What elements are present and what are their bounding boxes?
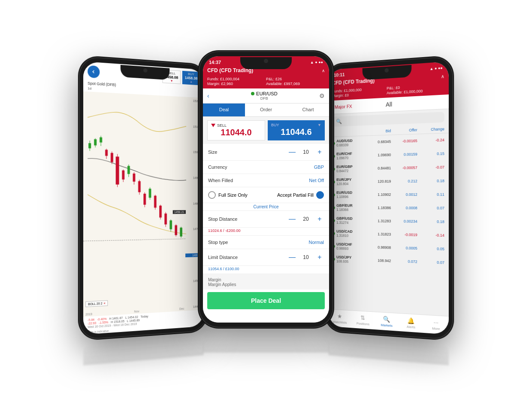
phone-right: 10:11 ▲ ● ●● CFD (CFD Trading) ∧ Funds: … (325, 57, 452, 339)
sell-label: SELL (211, 123, 261, 128)
market-rows-container: AUD/USD 0.68339 0.68345 -0.00165 -0.24 (328, 133, 449, 316)
sell-price: 11044.0 (211, 128, 261, 137)
svg-rect-20 (138, 181, 141, 192)
size-row: Size — 10 + (203, 144, 329, 161)
chart-screen: SELL 1458.08 ▼ BUY 1458.38 ▲ Spot Gold (… (83, 61, 204, 335)
svg-rect-36 (180, 228, 182, 237)
more-icon: ··· (433, 319, 438, 326)
markets-platform-title: CFD (CFD Trading) (332, 78, 375, 86)
col-bid: Bid (366, 129, 391, 134)
current-price-tag: 1458.21 (172, 210, 186, 214)
svg-rect-14 (122, 171, 124, 180)
full-size-only-radio[interactable] (208, 191, 216, 199)
market-row-gbp-eur[interactable]: GBP/EUR 1.18366 1.18386 0.0008 0.07 (328, 201, 449, 215)
nav-markets[interactable]: 🔍 Markets (375, 314, 399, 329)
right-time: 10:11 (334, 72, 345, 78)
accept-partial-label: Accept Partial Fill (277, 192, 314, 198)
tab-deal[interactable]: Deal (203, 104, 245, 116)
market-dot-usd-chf (332, 245, 335, 248)
down-arrow-icon: ▼ (317, 123, 321, 127)
limit-note: 11054.6 / £100.00 (208, 267, 239, 271)
market-row-eur-chf[interactable]: EUR/CHF 1.09670 1.09690 0.00159 0.15 (328, 147, 449, 163)
accept-partial-radio[interactable] (316, 191, 324, 199)
down-triangle-icon (211, 124, 215, 127)
positions-icon: ⇅ (360, 314, 365, 321)
center-phone-reflection (203, 331, 329, 353)
center-phone-screen: 14:37 ▲ ● ●● CFD (CFD Trading) ∧ Funds: … (203, 56, 329, 323)
market-dot-eur-usd (332, 193, 335, 196)
svg-rect-34 (175, 225, 177, 235)
right-phone-screen: 10:11 ▲ ● ●● CFD (CFD Trading) ∧ Funds: … (328, 61, 449, 335)
nav-positions[interactable]: ⇅ Positions (351, 312, 375, 328)
settings-icon[interactable]: ⚙ (319, 92, 325, 99)
deal-header-bar: CFD (CFD Trading) ∧ (203, 66, 329, 76)
svg-rect-30 (164, 213, 167, 224)
svg-rect-28 (159, 206, 162, 218)
market-dot-gbp-eur (332, 206, 335, 209)
size-label: Size (208, 149, 217, 155)
market-row-gbp-usd[interactable]: GBP/USD 1.31274 1.31283 0.00234 0.18 (328, 214, 449, 229)
watchlists-icon: ★ (337, 313, 342, 320)
tab-chart[interactable]: Chart (287, 104, 329, 116)
buy-box[interactable]: BUY ▼ 11044.6 (268, 120, 325, 140)
current-price-row: Current Price (203, 203, 329, 211)
back-arrow[interactable]: ‹ (207, 92, 209, 99)
size-value: 10 (302, 149, 310, 155)
market-dot-eur-jpy (332, 180, 335, 183)
currency-row: Currency GBP (203, 161, 329, 174)
sell-price-box[interactable]: SELL 1458.08 ▼ (162, 70, 181, 84)
market-row-eur-gbp[interactable]: EUR/GBP 0.84472 0.84481 -0.00057 -0.07 (328, 161, 449, 176)
market-dot-aud (332, 142, 335, 145)
nav-alerts[interactable]: 🔔 Alerts (399, 315, 423, 331)
stop-note-row: 11024.6 / -£200.00 (203, 228, 329, 236)
market-dot-usd-jpy (332, 258, 335, 261)
markets-icon: 🔍 (383, 316, 390, 323)
nav-watchlists[interactable]: ★ Watchlists (328, 311, 351, 326)
deal-buy-sell: SELL 11044.0 BUY ▼ 11044.6 (203, 117, 329, 144)
deal-form: Size — 10 + Currency GBP When (203, 144, 329, 323)
sell-box[interactable]: SELL 11044.0 (207, 120, 265, 140)
when-filled-label: When Filled (208, 178, 233, 183)
buy-price-box[interactable]: BUY 1458.38 ▲ (182, 71, 200, 85)
nav-title: All (354, 99, 425, 110)
left-phone-screen: SELL 1458.08 ▼ BUY 1458.38 ▲ Spot Gold (… (83, 61, 204, 335)
limit-note-row: 11054.6 / £100.00 (203, 266, 329, 274)
stop-distance-value: 20 (302, 216, 310, 222)
stop-increase-button[interactable]: + (315, 215, 324, 223)
currency-value: GBP (314, 164, 324, 170)
stop-distance-label: Stop Distance (208, 216, 237, 222)
limit-distance-label: Limit Distance (208, 255, 238, 260)
place-deal-button[interactable]: Place Deal (207, 292, 325, 309)
deal-tabs: Deal Order Chart (203, 104, 329, 117)
limit-decrease-button[interactable]: — (288, 253, 296, 262)
size-increase-button[interactable]: + (315, 148, 324, 156)
svg-rect-32 (169, 220, 172, 229)
market-row-eur-jpy[interactable]: EUR/JPY 120.804 120.819 0.212 0.18 (328, 174, 449, 189)
stop-type-label: Stop type (208, 240, 228, 245)
search-bar[interactable]: 🔍 (332, 112, 444, 127)
chart-svg-area (83, 91, 186, 308)
stop-decrease-button[interactable]: — (288, 215, 296, 223)
green-dot (251, 92, 254, 95)
nav-back-button[interactable]: ‹ Major FX (332, 103, 352, 110)
phone-center: 14:37 ▲ ● ●● CFD (CFD Trading) ∧ Funds: … (200, 52, 332, 327)
currency-label: Currency (208, 164, 227, 170)
size-decrease-button[interactable]: — (288, 148, 296, 156)
svg-rect-6 (100, 137, 102, 143)
chart-body[interactable]: 1520.00 1510.00 1500.00 1490.00 1480.00 … (83, 91, 204, 317)
buy-label: BUY ▼ (271, 123, 321, 127)
toggle-row: Full Size Only Accept Partial Fill (203, 187, 329, 203)
tab-order[interactable]: Order (245, 104, 287, 116)
deal-footer: Margin Margin Applies (203, 274, 329, 289)
nav-more[interactable]: ··· More (423, 317, 449, 332)
col-offer: Offer (391, 128, 417, 133)
market-row-eur-usd[interactable]: EUR/USD 1.10896 1.10902 0.0012 0.11 (328, 188, 449, 201)
stop-type-value: Normal (309, 240, 324, 245)
chart-back-button[interactable] (88, 65, 100, 78)
limit-distance-row: Limit Distance — 10 + (203, 249, 329, 266)
phone-left: SELL 1458.08 ▼ BUY 1458.38 ▲ Spot Gold (… (80, 57, 207, 339)
instrument-sub: DFB (260, 96, 268, 101)
limit-increase-button[interactable]: + (315, 253, 324, 262)
left-phone-reflection (83, 335, 204, 366)
when-filled-value: Net Off (309, 178, 324, 183)
